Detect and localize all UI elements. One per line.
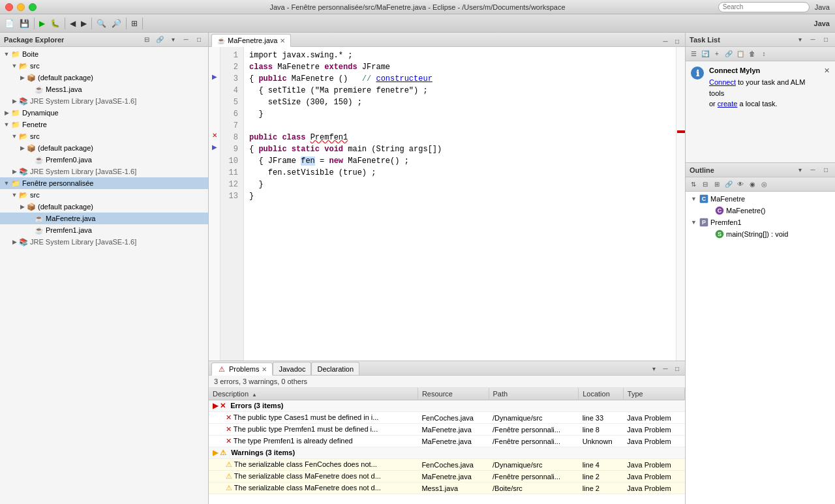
minimize-button[interactable] (17, 3, 25, 11)
task-list-view-menu[interactable]: ▾ (795, 35, 805, 45)
tree-item-mess1[interactable]: ☕ Mess1.java (0, 83, 208, 95)
tree-item-boite[interactable]: ▼ 📁 Boite (0, 48, 208, 60)
mylyn-connect-link[interactable]: Connect (709, 78, 736, 86)
filter-button[interactable]: ▾ (648, 363, 659, 374)
outline-btn-7[interactable]: ◎ (759, 179, 769, 190)
outline-link-btn[interactable]: 🔗 (723, 179, 734, 190)
cell-type: Java Problem (623, 459, 684, 471)
close-button[interactable] (5, 3, 13, 11)
table-row[interactable]: ✕ The public type Premfen1 must be defin… (209, 424, 685, 436)
col-path[interactable]: Path (489, 388, 579, 400)
tl-btn-1[interactable]: ☰ (688, 49, 699, 59)
tree-item-fenetre-src[interactable]: ▼ 📂 src (0, 130, 208, 142)
table-row[interactable]: ✕ The public type Cases1 must be defined… (209, 412, 685, 424)
mylyn-create-link[interactable]: create (718, 100, 738, 108)
bottom-maximize-button[interactable]: □ (672, 363, 682, 374)
tab-declaration[interactable]: Declaration (311, 362, 359, 375)
traffic-lights (5, 3, 37, 11)
col-description[interactable]: Description ▲ (209, 388, 418, 400)
outline-label: MaFenetre (710, 195, 745, 203)
tab-problems-close[interactable]: ✕ (262, 366, 267, 373)
navigate-button[interactable]: 🔍 (95, 16, 108, 31)
tl-btn-6[interactable]: 🗑 (747, 49, 757, 59)
cell-description: ⚠ The serializable class FenCoches does … (209, 459, 418, 471)
outline-collapse-btn[interactable]: ⊟ (700, 179, 710, 190)
tree-item-boite-default-pkg[interactable]: ▶ 📦 (default package) (0, 72, 208, 83)
forward-button[interactable]: ▶ (79, 16, 89, 31)
collapse-all-button[interactable]: ⊟ (142, 35, 152, 45)
save-button[interactable]: 💾 (18, 16, 31, 31)
tree-item-premfen0[interactable]: ☕ Premfen0.java (0, 154, 208, 166)
tree-item-fp-src[interactable]: ▼ 📂 src (0, 189, 208, 201)
outline-filter-btn[interactable]: ⊞ (712, 179, 722, 190)
tl-btn-3[interactable]: + (712, 49, 722, 59)
minimize-editor-button[interactable]: ─ (660, 36, 671, 46)
table-row[interactable]: ⚠ The serializable class MaFenetre does … (209, 471, 685, 482)
tab-close-button[interactable]: ✕ (280, 37, 285, 44)
col-type[interactable]: Type (623, 388, 684, 400)
outline-item-constructor[interactable]: C MaFenetre() (686, 205, 835, 216)
outline-maximize[interactable]: □ (821, 165, 831, 175)
search-button[interactable]: 🔎 (110, 16, 123, 31)
table-row[interactable]: ⚠ The serializable class FenCoches does … (209, 459, 685, 471)
link-editor-button[interactable]: 🔗 (155, 35, 165, 45)
maximize-panel-button[interactable]: □ (194, 35, 204, 45)
tree-item-premfen1-java[interactable]: ☕ Premfen1.java (0, 224, 208, 236)
tree-item-dynamique[interactable]: ▶ 📁 Dynamique (0, 107, 208, 119)
mylyn-close-button[interactable]: ✕ (824, 67, 830, 75)
col-location[interactable]: Location (579, 388, 624, 400)
outline-sort-btn[interactable]: ⇅ (688, 179, 699, 190)
tree-item-fp-jre[interactable]: ▶ 📚 JRE System Library [JavaSE-1.6] (0, 236, 208, 248)
java-file-icon: ☕ (34, 213, 44, 224)
new-button[interactable]: 📄 (3, 16, 16, 31)
search-input[interactable] (718, 2, 810, 12)
tree-item-fenetre-perso[interactable]: ▼ 📁 Fenêtre personnalisée (0, 177, 208, 189)
editor-content[interactable]: ▶ ✕ ▶ (209, 47, 685, 361)
task-list-maximize[interactable]: □ (821, 35, 831, 45)
table-row[interactable]: ✕ The type Premfen1 is already defined M… (209, 436, 685, 447)
tab-problems[interactable]: ⚠ Problems ✕ (211, 363, 273, 376)
tree-item-fenetre-jre[interactable]: ▶ 📚 JRE System Library [JavaSE-1.6] (0, 166, 208, 177)
code-editor[interactable]: import javax.swing.* ;class MaFenetre ex… (244, 47, 676, 361)
cell-type: Java Problem (623, 424, 684, 436)
tree-item-mafenetre-java[interactable]: ☕ MaFenetre.java (0, 213, 208, 224)
tab-mafenetre-java[interactable]: ☕ MaFenetre.java ✕ (211, 34, 291, 47)
tree-item-fenetre[interactable]: ▼ 📁 Fenetre (0, 119, 208, 130)
back-button[interactable]: ◀ (68, 16, 78, 31)
tree-item-fp-default-pkg[interactable]: ▶ 📦 (default package) (0, 201, 208, 213)
tab-javadoc[interactable]: Javadoc (273, 362, 311, 375)
view-menu-button[interactable]: ▾ (168, 35, 178, 45)
outline-item-main-method[interactable]: S main(String[]) : void (686, 228, 835, 240)
maximize-button[interactable] (29, 3, 37, 11)
minimize-panel-button[interactable]: ─ (181, 35, 191, 45)
mylyn-icon: ℹ (691, 67, 704, 80)
tl-btn-2[interactable]: 🔄 (700, 49, 710, 59)
outline-minimize[interactable]: ─ (808, 165, 818, 175)
outline-hide-btn[interactable]: 👁 (735, 179, 746, 190)
outline-item-mafenetre-class[interactable]: ▼ C MaFenetre (686, 193, 835, 205)
perspective-button[interactable]: ⊞ (129, 16, 140, 31)
tl-btn-7[interactable]: ↕ (759, 49, 769, 59)
tree-item-boite-src[interactable]: ▼ 📂 src (0, 60, 208, 72)
tree-arrow (26, 215, 34, 222)
col-resource[interactable]: Resource (418, 388, 489, 400)
table-row[interactable]: ▶ ✕ Errors (3 items) (209, 400, 685, 412)
task-list-minimize[interactable]: ─ (808, 35, 818, 45)
table-row[interactable]: ⚠ The serializable class MaFenetre does … (209, 482, 685, 494)
maximize-editor-button[interactable]: □ (672, 36, 682, 46)
tree-item-fenetre-default-pkg[interactable]: ▶ 📦 (default package) (0, 142, 208, 154)
outline-view-menu[interactable]: ▾ (795, 165, 805, 175)
outline-btn-6[interactable]: ◉ (747, 179, 757, 190)
tl-btn-5[interactable]: 📋 (735, 49, 746, 59)
project-icon: 📁 (10, 119, 21, 130)
bottom-minimize-button[interactable]: ─ (660, 363, 671, 374)
tl-btn-4[interactable]: 🔗 (723, 49, 734, 59)
folder-icon: 📂 (18, 61, 29, 71)
outline-item-premfen1-class[interactable]: ▼ P Premfen1 (686, 216, 835, 228)
tree-label: Premfen1.java (46, 226, 92, 234)
debug-button[interactable]: 🐛 (48, 16, 62, 31)
run-button[interactable]: ▶ (37, 16, 47, 31)
table-row[interactable]: ▶ ⚠ Warnings (3 items) (209, 447, 685, 459)
tree-item-boite-jre[interactable]: ▶ 📚 JRE System Library [JavaSE-1.6] (0, 95, 208, 107)
perspective-label: Java (812, 20, 832, 27)
